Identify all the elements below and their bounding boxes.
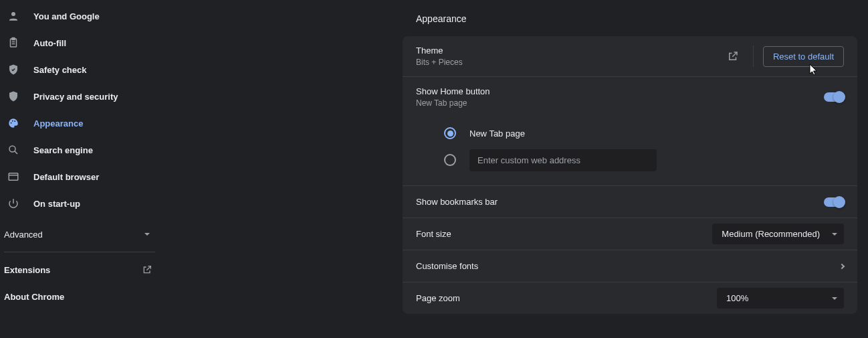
reset-to-default-button[interactable]: Reset to default (763, 46, 844, 67)
svg-rect-10 (9, 173, 18, 181)
appearance-panel: Theme Bits + Pieces Reset to default Sho… (403, 36, 857, 314)
person-icon (7, 9, 20, 23)
custom-address-input[interactable] (469, 149, 657, 171)
sidebar-item-extensions[interactable]: Extensions (0, 256, 159, 283)
sidebar-item-safety-check[interactable]: Safety check (0, 56, 159, 83)
radio-custom-address[interactable] (444, 154, 456, 166)
clipboard-icon (7, 36, 20, 50)
home-button-options: New Tab page (403, 117, 857, 185)
home-button-label: Show Home button (416, 86, 824, 96)
font-size-select[interactable]: Medium (Recommended) (712, 224, 844, 244)
section-title: Appearance (416, 13, 857, 24)
chevron-down-icon (832, 233, 837, 236)
row-home-button: Show Home button New Tab page (403, 76, 857, 117)
theme-label: Theme (416, 46, 722, 56)
sidebar-item-label: You and Google (33, 11, 100, 21)
sidebar-item-auto-fill[interactable]: Auto-fill (0, 29, 159, 56)
sidebar-item-label: Appearance (33, 118, 83, 129)
bookmarks-label: Show bookmarks bar (416, 197, 824, 207)
sidebar-item-label: Safety check (33, 65, 87, 75)
row-customise-fonts[interactable]: Customise fonts (403, 250, 857, 282)
sidebar-item-label: On start-up (33, 199, 80, 209)
svg-line-9 (15, 151, 17, 154)
power-icon (7, 197, 20, 210)
svg-point-6 (12, 120, 13, 122)
row-bookmarks-bar: Show bookmarks bar (403, 185, 857, 218)
advanced-toggle[interactable]: Advanced (0, 221, 159, 248)
font-size-label: Font size (416, 229, 712, 239)
radio-new-tab-label: New Tab page (469, 129, 525, 139)
bookmarks-toggle[interactable] (824, 197, 844, 207)
home-button-toggle[interactable] (824, 92, 844, 102)
sidebar-item-on-startup[interactable]: On start-up (0, 190, 159, 217)
sidebar-item-you-and-google[interactable]: You and Google (0, 3, 159, 29)
browser-icon (7, 170, 20, 183)
sidebar-item-search-engine[interactable]: Search engine (0, 137, 159, 163)
svg-point-7 (14, 120, 15, 122)
sidebar-item-label: Privacy and security (33, 92, 118, 102)
svg-point-5 (11, 122, 12, 124)
customise-fonts-label: Customise fonts (416, 261, 840, 271)
chevron-right-icon (839, 263, 845, 268)
svg-point-0 (11, 12, 15, 16)
open-theme-external-button[interactable] (722, 46, 744, 67)
sidebar-item-label: Default browser (33, 172, 99, 182)
chevron-down-icon (144, 233, 150, 236)
chevron-down-icon (832, 297, 837, 300)
extensions-label: Extensions (4, 265, 50, 275)
sidebar-item-label: Search engine (33, 145, 93, 155)
sidebar-item-label: Auto-fill (33, 38, 66, 48)
theme-subtext: Bits + Pieces (416, 58, 722, 67)
shield-check-icon (7, 63, 20, 76)
font-size-value: Medium (Recommended) (722, 229, 820, 239)
sidebar-item-privacy-security[interactable]: Privacy and security (0, 83, 159, 110)
row-font-size: Font size Medium (Recommended) (403, 218, 857, 250)
sidebar-item-appearance[interactable]: Appearance (0, 110, 159, 137)
advanced-label: Advanced (4, 230, 43, 240)
svg-point-8 (9, 146, 15, 152)
page-zoom-label: Page zoom (416, 293, 717, 303)
row-theme: Theme Bits + Pieces Reset to default (403, 36, 857, 76)
row-page-zoom: Page zoom 100% (403, 282, 857, 314)
sidebar-item-default-browser[interactable]: Default browser (0, 163, 159, 190)
divider (753, 46, 754, 67)
about-label: About Chrome (4, 292, 64, 302)
sidebar-item-about-chrome[interactable]: About Chrome (0, 283, 159, 310)
page-zoom-value: 100% (726, 293, 748, 303)
radio-new-tab-page[interactable] (444, 127, 456, 139)
search-icon (7, 143, 20, 157)
home-button-subtext: New Tab page (416, 98, 824, 108)
palette-icon (7, 116, 20, 130)
shield-icon (7, 90, 20, 103)
divider (4, 252, 155, 252)
open-external-icon (142, 264, 152, 275)
svg-rect-2 (12, 38, 15, 40)
page-zoom-select[interactable]: 100% (717, 288, 844, 309)
